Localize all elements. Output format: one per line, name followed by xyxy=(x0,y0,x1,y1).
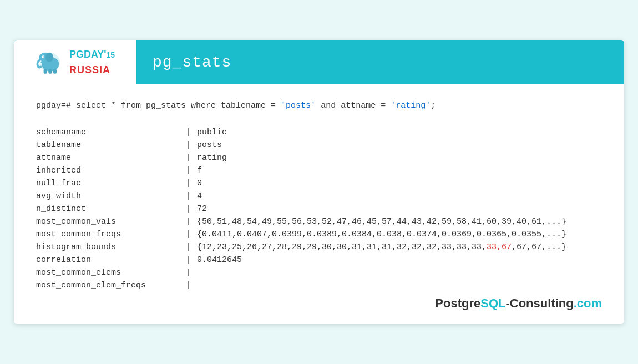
table-row: most_common_elems| xyxy=(36,266,602,279)
query-select: select * from pg_stats xyxy=(76,101,191,110)
row-value: {12,23,25,26,27,28,29,29,30,30,31,31,31,… xyxy=(197,241,602,254)
sql-text: SQL xyxy=(480,296,505,310)
elephant-icon xyxy=(35,48,64,77)
row-separator: | xyxy=(180,279,197,292)
row-field-name: most_common_elems xyxy=(36,266,180,279)
row-separator: | xyxy=(180,190,197,203)
svg-rect-7 xyxy=(48,69,52,74)
row-value xyxy=(197,279,602,292)
row-field-name: null_frac xyxy=(36,177,180,190)
row-field-name: correlation xyxy=(36,254,180,266)
row-field-name: most_common_vals xyxy=(36,215,180,228)
query-val2: 'rating' xyxy=(391,101,431,110)
row-value: posts xyxy=(197,139,602,151)
query-and: and attname = xyxy=(316,101,391,110)
row-field-name: attname xyxy=(36,151,180,164)
results-table: schemaname|publictablename|postsattname|… xyxy=(36,126,602,292)
logo-section: PGDAY'15 RUSSIA xyxy=(14,40,136,84)
row-separator: | xyxy=(180,266,197,279)
svg-point-4 xyxy=(43,56,44,57)
header: PGDAY'15 RUSSIA pg_stats xyxy=(14,40,624,84)
row-value: public xyxy=(197,126,602,139)
row-separator: | xyxy=(180,139,197,151)
dash-text: -Consulting xyxy=(505,296,573,310)
table-row: null_frac|0 xyxy=(36,177,602,190)
svg-point-5 xyxy=(45,53,53,62)
row-value xyxy=(197,266,602,279)
highlight-red: 33,67 xyxy=(487,242,512,252)
row-value: rating xyxy=(197,151,602,164)
footer-branding: PostgreSQL-Consulting.com xyxy=(36,292,602,313)
row-value: 0 xyxy=(197,177,602,190)
table-row: correlation|0.0412645 xyxy=(36,254,602,266)
postgre-text: Postgre xyxy=(435,296,480,310)
row-field-name: schemaname xyxy=(36,126,180,139)
logo-russia: RUSSIA xyxy=(69,65,115,75)
query-line: pgday=# select * from pg_stats where tab… xyxy=(36,101,602,110)
row-field-name: inherited xyxy=(36,164,180,177)
row-value: 4 xyxy=(197,190,602,203)
logo-pgday: PGDAY'15 xyxy=(69,49,115,64)
row-separator: | xyxy=(180,177,197,190)
row-field-name: most_common_freqs xyxy=(36,228,180,241)
dotcom-text: .com xyxy=(574,296,602,310)
row-field-name: n_distinct xyxy=(36,203,180,215)
row-separator: | xyxy=(180,228,197,241)
logo-text: PGDAY'15 RUSSIA xyxy=(69,49,115,74)
row-value: 72 xyxy=(197,203,602,215)
table-row: schemaname|public xyxy=(36,126,602,139)
query-prompt: pgday=# xyxy=(36,101,76,110)
table-row: most_common_vals|{50,51,48,54,49,55,56,5… xyxy=(36,215,602,228)
row-value: {50,51,48,54,49,55,56,53,52,47,46,45,57,… xyxy=(197,215,602,228)
content-area: pgday=# select * from pg_stats where tab… xyxy=(14,84,624,324)
row-separator: | xyxy=(180,254,197,266)
row-separator: | xyxy=(180,164,197,177)
row-value: 0.0412645 xyxy=(197,254,602,266)
row-field-name: tablename xyxy=(36,139,180,151)
branding-text: PostgreSQL-Consulting.com xyxy=(435,296,602,311)
row-field-name: most_common_elem_freqs xyxy=(36,279,180,292)
row-field-name: avg_width xyxy=(36,190,180,203)
row-field-name: histogram_bounds xyxy=(36,241,180,254)
table-row: attname|rating xyxy=(36,151,602,164)
main-container: PGDAY'15 RUSSIA pg_stats pgday=# select … xyxy=(14,40,624,324)
query-val1: 'posts' xyxy=(281,101,316,110)
row-value: f xyxy=(197,164,602,177)
query-rest: tablename = xyxy=(216,101,281,110)
row-separator: | xyxy=(180,215,197,228)
table-row: histogram_bounds|{12,23,25,26,27,28,29,2… xyxy=(36,241,602,254)
query-end: ; xyxy=(431,101,436,110)
row-separator: | xyxy=(180,151,197,164)
row-separator: | xyxy=(180,203,197,215)
row-separator: | xyxy=(180,126,197,139)
table-row: n_distinct|72 xyxy=(36,203,602,215)
page-title: pg_stats xyxy=(136,54,231,71)
svg-rect-6 xyxy=(43,69,47,74)
svg-rect-8 xyxy=(53,69,57,74)
table-row: avg_width|4 xyxy=(36,190,602,203)
row-separator: | xyxy=(180,241,197,254)
row-value: {0.0411,0.0407,0.0399,0.0389,0.0384,0.03… xyxy=(197,228,602,241)
table-row: inherited|f xyxy=(36,164,602,177)
table-row: tablename|posts xyxy=(36,139,602,151)
query-where: where xyxy=(191,101,216,110)
table-row: most_common_freqs|{0.0411,0.0407,0.0399,… xyxy=(36,228,602,241)
table-row: most_common_elem_freqs| xyxy=(36,279,602,292)
